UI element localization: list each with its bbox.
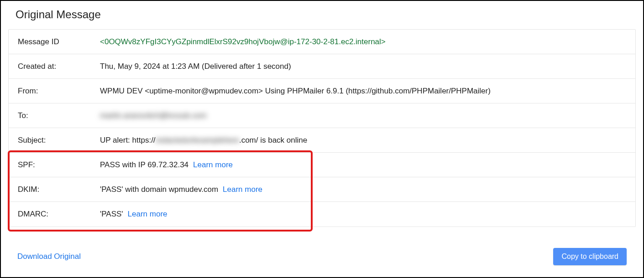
row-subject: Subject: UP alert: https://redactedurlex… <box>9 128 635 153</box>
label-message-id: Message ID <box>18 37 100 46</box>
actions-bar: Download Original Copy to clipboard <box>8 248 636 265</box>
row-from: From: WPMU DEV <uptime-monitor@wpmudev.c… <box>9 79 635 103</box>
value-message-id: <0OQWv8zYFgI3CYyGZpinmdlElxrS92vz9hojVbo… <box>100 37 386 46</box>
subject-prefix: UP alert: https:// <box>100 136 156 145</box>
learn-more-dkim[interactable]: Learn more <box>223 185 262 194</box>
copy-to-clipboard-button[interactable]: Copy to clipboard <box>553 248 627 265</box>
row-spf: SPF: PASS with IP 69.72.32.34 Learn more <box>9 153 635 177</box>
spf-status: PASS with IP 69.72.32.34 <box>100 160 188 170</box>
value-dkim: 'PASS' with domain wpmudev.com Learn mor… <box>100 185 262 194</box>
learn-more-dmarc[interactable]: Learn more <box>128 210 168 219</box>
label-from: From: <box>18 87 100 96</box>
subject-suffix: .com/ is back online <box>239 136 307 145</box>
label-created-at: Created at: <box>18 62 100 71</box>
row-message-id: Message ID <0OQWv8zYFgI3CYyGZpinmdlElxrS… <box>9 30 635 54</box>
value-created-at: Thu, May 9, 2024 at 1:23 AM (Delivered a… <box>100 62 291 71</box>
redacted-to: martin.aranovitch@incsub.com <box>100 111 207 120</box>
label-subject: Subject: <box>18 136 100 145</box>
redacted-subject: redactedurlexamplehere <box>156 136 239 145</box>
value-spf: PASS with IP 69.72.32.34 Learn more <box>100 160 233 170</box>
row-created-at: Created at: Thu, May 9, 2024 at 1:23 AM … <box>9 54 635 79</box>
row-dmarc: DMARC: 'PASS' Learn more <box>9 202 635 227</box>
page-title: Original Message <box>16 8 636 21</box>
original-message-container: Original Message Message ID <0OQWv8zYFgI… <box>0 0 644 278</box>
dkim-status: 'PASS' with domain wpmudev.com <box>100 185 218 194</box>
download-original-link[interactable]: Download Original <box>17 252 81 261</box>
learn-more-spf[interactable]: Learn more <box>193 160 233 170</box>
value-from: WPMU DEV <uptime-monitor@wpmudev.com> Us… <box>100 87 491 96</box>
message-details-table: Message ID <0OQWv8zYFgI3CYyGZpinmdlElxrS… <box>8 29 636 227</box>
row-dkim: DKIM: 'PASS' with domain wpmudev.com Lea… <box>9 177 635 202</box>
value-dmarc: 'PASS' Learn more <box>100 210 168 219</box>
label-to: To: <box>18 111 100 120</box>
value-subject: UP alert: https://redactedurlexamplehere… <box>100 136 307 145</box>
dmarc-status: 'PASS' <box>100 210 123 219</box>
label-dmarc: DMARC: <box>18 210 100 219</box>
label-dkim: DKIM: <box>18 185 100 194</box>
label-spf: SPF: <box>18 160 100 170</box>
value-to: martin.aranovitch@incsub.com <box>100 111 207 120</box>
row-to: To: martin.aranovitch@incsub.com <box>9 103 635 128</box>
